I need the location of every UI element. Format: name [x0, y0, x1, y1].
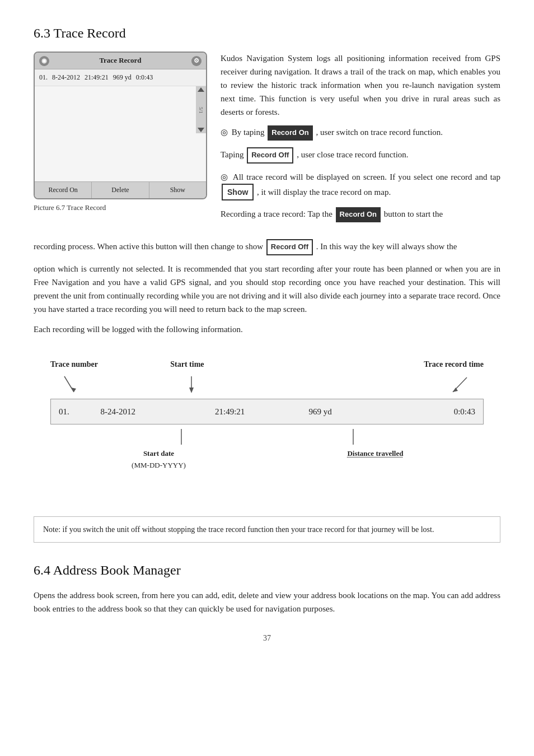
device-footer: Record On Delete Show [35, 181, 206, 198]
svg-marker-5 [453, 388, 458, 392]
intro-para: Kudos Navigation System logs all positio… [221, 52, 500, 119]
diag-dist: 969 yd [308, 405, 392, 418]
arrow-record-time [375, 375, 484, 396]
diagram-wrapper: Trace number Start time Trace record tim… [50, 353, 484, 500]
section-63: 6.3 Trace Record ◉ Trace Record ⚙ 01. 8-… [34, 22, 500, 543]
section-64: 6.4 Address Book Manager Opens the addre… [34, 559, 500, 615]
arrow-start-svg [188, 375, 195, 395]
row-num: 01. [39, 72, 48, 83]
device-empty-area: 5/1 [35, 86, 206, 153]
inline-record-on-1: Record On [268, 125, 312, 141]
arrow-distance [267, 427, 484, 448]
inline-show-btn: Show [222, 184, 254, 200]
scroll-mid: 5/1 [197, 107, 205, 114]
diag-num: 01. [59, 405, 100, 418]
label-trace-number: Trace number [50, 358, 107, 371]
row-dur: 0:0:43 [136, 72, 153, 83]
para-record-on: ◎ By taping Record On , user switch on t… [221, 125, 500, 141]
scroll-down[interactable] [198, 128, 204, 132]
label-distance: Distance travelled [267, 448, 484, 472]
svg-marker-1 [71, 388, 76, 392]
label-distance-main: Distance travelled [267, 448, 484, 460]
device-title: Trace Record [49, 55, 191, 67]
label-trace-record-time: Trace record time [381, 358, 484, 371]
diag-date: 8-24-2012 [100, 405, 215, 418]
top-labels: Trace number Start time Trace record tim… [50, 358, 484, 375]
diag-time: 21:49:21 [215, 405, 308, 418]
row-time: 21:49:21 [85, 72, 109, 83]
scrollbar[interactable]: 5/1 [196, 86, 206, 133]
label-start-time: Start time [107, 358, 267, 371]
bottom-arrows [50, 427, 484, 448]
section-63-title: 6.3 Trace Record [34, 22, 500, 44]
device-frame: ◉ Trace Record ⚙ 01. 8-24-2012 21:49:21 … [34, 52, 207, 199]
circle-2: ◎ [221, 172, 228, 181]
diag-dur: 0:0:43 [392, 405, 475, 418]
arrow-record-time-svg [444, 375, 472, 396]
show-btn[interactable]: Show [149, 182, 206, 198]
delete-btn[interactable]: Delete [92, 182, 149, 198]
device-body: 01. 8-24-2012 21:49:21 969 yd 0:0:43 5/1 [35, 69, 206, 181]
gps-icon: ◉ [39, 56, 49, 66]
bottom-labels: Start date (MM-DD-YYYY) Distance travell… [50, 448, 484, 472]
arrow-startdate-svg [178, 427, 185, 447]
arrow-start [116, 375, 267, 396]
para-option: option which is currently not selected. … [34, 262, 500, 316]
arrow-distance-svg [350, 427, 357, 447]
para-logged: Each recording will be logged with the f… [34, 323, 500, 336]
section-64-title: 6.4 Address Book Manager [34, 559, 500, 581]
inline-record-off-2: Record Off [266, 239, 313, 255]
device-titlebar: ◉ Trace Record ⚙ [35, 53, 206, 69]
para-recording-process: recording process. When active this butt… [34, 239, 500, 255]
label-startdate-sub: (MM-DD-YYYY) [50, 460, 267, 472]
note-text: Note: if you switch the unit off without… [43, 525, 434, 534]
label-startdate: Start date (MM-DD-YYYY) [50, 448, 267, 472]
inline-record-off-1: Record Off [247, 147, 293, 164]
scroll-up[interactable] [198, 87, 204, 92]
trace-row: 01. 8-24-2012 21:49:21 969 yd 0:0:43 [35, 69, 206, 86]
diagram-data-row: 01. 8-24-2012 21:49:21 969 yd 0:0:43 [50, 399, 484, 424]
arrow-startdate [50, 427, 267, 448]
para-record-off: Taping Record Off , user close trace rec… [221, 147, 500, 164]
record-on-btn[interactable]: Record On [35, 182, 92, 198]
picture-caption: Picture 6.7 Trace Record [34, 202, 207, 214]
note-box: Note: if you switch the unit off without… [34, 516, 500, 543]
row-date: 8-24-2012 [52, 72, 80, 83]
para-show: ◎ All trace record will be displayed on … [221, 170, 500, 200]
diagram-section: Trace number Start time Trace record tim… [34, 353, 500, 500]
section-64-para: Opens the address book screen, from here… [34, 589, 500, 615]
right-text: Kudos Navigation System logs all positio… [221, 52, 500, 229]
para-recording: Recording a trace record: Tap the Record… [221, 207, 500, 222]
mockup-area: ◉ Trace Record ⚙ 01. 8-24-2012 21:49:21 … [34, 52, 500, 229]
page-number: 37 [34, 632, 500, 645]
settings-icon: ⚙ [191, 56, 202, 66]
circle-1: ◎ [221, 128, 228, 137]
inline-record-on-2: Record On [336, 207, 381, 222]
svg-marker-3 [189, 388, 194, 393]
top-arrows [50, 375, 484, 396]
arrow-trace-svg [62, 375, 78, 395]
label-startdate-main: Start date [50, 448, 267, 460]
arrow-trace [50, 375, 116, 396]
device-mockup: ◉ Trace Record ⚙ 01. 8-24-2012 21:49:21 … [34, 52, 207, 214]
row-dist: 969 yd [113, 72, 132, 83]
